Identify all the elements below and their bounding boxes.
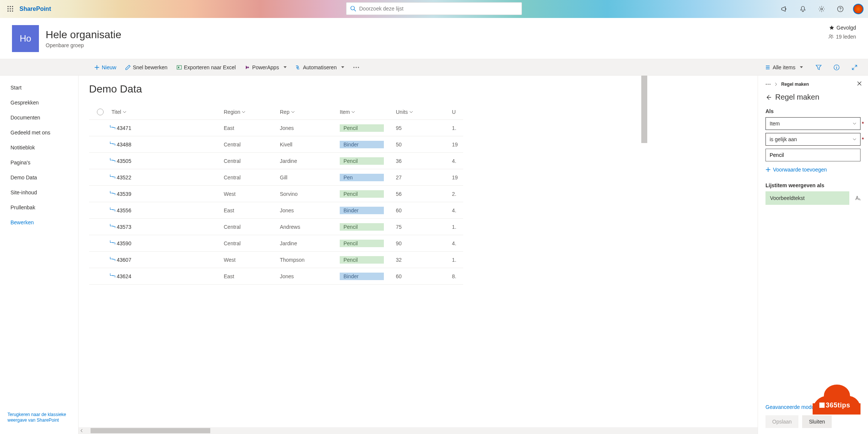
back-icon[interactable] (765, 94, 771, 100)
new-button[interactable]: Nieuw (91, 61, 120, 73)
table-row[interactable]: 43590CentralJardinePencil904. (89, 235, 463, 252)
cell-region: East (224, 273, 280, 279)
table-row[interactable]: 43488CentralKivellBinder5019 (89, 136, 463, 153)
column-header-u[interactable]: U (452, 109, 463, 115)
column-header-title[interactable]: Titel (111, 109, 224, 115)
nav-item-start[interactable]: Start (0, 80, 78, 95)
cell-title: 43556 (117, 207, 131, 213)
svg-rect-5 (12, 8, 13, 9)
nav-item-demo-data[interactable]: Demo Data (0, 170, 78, 185)
people-icon (828, 34, 834, 39)
nav-item-gesprekken[interactable]: Gesprekken (0, 95, 78, 110)
nav-item-documenten[interactable]: Documenten (0, 110, 78, 125)
gear-icon[interactable] (816, 3, 828, 15)
cell-item-pill: Pencil (340, 124, 384, 132)
sample-preview: Voorbeeldtekst (765, 191, 849, 205)
site-logo: Ho (12, 25, 39, 52)
flow-icon (296, 65, 301, 70)
more-button[interactable] (349, 61, 363, 73)
cell-rep: Jardine (280, 158, 340, 164)
chevron-down-icon (291, 110, 295, 114)
megaphone-icon[interactable] (778, 3, 790, 15)
column-header-rep[interactable]: Rep (280, 109, 340, 115)
powerapps-button[interactable]: PowerApps (241, 61, 290, 73)
filter-button[interactable] (813, 61, 825, 73)
close-panel-button[interactable] (857, 81, 862, 87)
value-input[interactable] (765, 149, 861, 161)
ellipsis-icon (353, 67, 359, 68)
svg-rect-7 (10, 10, 11, 12)
cell-region: Central (224, 142, 280, 148)
bell-icon[interactable] (797, 3, 809, 15)
ellipsis-icon[interactable] (765, 84, 771, 85)
save-button[interactable]: Opslaan (765, 415, 798, 428)
nav-item-bewerken[interactable]: Bewerken (0, 215, 78, 230)
cell-units: 60 (396, 207, 452, 213)
field-select[interactable]: Item (765, 117, 861, 130)
avatar[interactable] (853, 4, 864, 14)
info-button[interactable] (831, 61, 843, 73)
table-row[interactable]: 43539WestSorvinoPencil562. (89, 186, 463, 202)
cell-item-pill: Binder (340, 207, 384, 214)
table-header: Titel Region Rep Item Units U (89, 104, 463, 120)
table-row[interactable]: 43607WestThompsonPencil321. (89, 252, 463, 268)
column-header-region[interactable]: Region (224, 109, 280, 115)
svg-point-14 (829, 35, 831, 37)
cell-item-pill: Binder (340, 141, 384, 148)
automate-button[interactable]: Automatiseren (292, 61, 348, 73)
cell-item-pill: Pencil (340, 240, 384, 247)
classic-view-link[interactable]: Terugkeren naar de klassieke weergave va… (0, 407, 78, 430)
export-excel-button[interactable]: Exporteren naar Excel (173, 61, 240, 73)
chevron-left-icon[interactable] (80, 429, 83, 433)
nav-item-notitieblok[interactable]: Notitieblok (0, 140, 78, 155)
view-selector[interactable]: Alle items (761, 61, 807, 73)
table-row[interactable]: 43522CentralGillPen2719 (89, 169, 463, 186)
app-launcher[interactable] (4, 3, 16, 15)
search-box[interactable] (346, 2, 522, 15)
table-row[interactable]: 43624EastJonesBinder608. (89, 268, 463, 285)
cell-region: East (224, 125, 280, 131)
font-style-icon[interactable] (855, 195, 861, 201)
close-button[interactable]: Sluiten (802, 415, 832, 428)
column-header-units[interactable]: Units (396, 109, 452, 115)
pencil-icon (125, 65, 131, 70)
site-name[interactable]: Hele organisatie (46, 29, 121, 41)
table-row[interactable]: 43505CentralJardinePencil364. (89, 153, 463, 169)
cell-units: 90 (396, 240, 452, 246)
members-count[interactable]: 19 leden (828, 34, 856, 40)
item-type-icon (111, 207, 114, 210)
advanced-mode-link[interactable]: Geavanceerde modus (765, 404, 861, 410)
cell-rep: Kivell (280, 142, 340, 148)
cell-region: West (224, 257, 280, 263)
item-type-icon (111, 125, 114, 128)
condition-select[interactable]: is gelijk aan (765, 133, 861, 146)
nav-item-pagina-s[interactable]: Pagina's (0, 155, 78, 170)
column-header-item[interactable]: Item (340, 109, 396, 115)
cell-rep: Jardine (280, 240, 340, 246)
svg-rect-0 (7, 6, 9, 7)
table-row[interactable]: 43573CentralAndrewsPencil751. (89, 219, 463, 235)
search-input[interactable] (359, 6, 518, 12)
select-all-checkbox[interactable] (97, 109, 104, 115)
table-row[interactable]: 43471EastJonesPencil951. (89, 120, 463, 136)
cell-rep: Jones (280, 125, 340, 131)
horizontal-scrollbar[interactable] (79, 427, 758, 434)
table-row[interactable]: 43556EastJonesBinder604. (89, 202, 463, 219)
expand-button[interactable] (849, 61, 861, 73)
cell-region: West (224, 191, 280, 197)
nav-item-gedeeld-met-ons[interactable]: Gedeeld met ons (0, 125, 78, 140)
svg-point-19 (358, 67, 359, 68)
help-icon[interactable] (834, 3, 846, 15)
chevron-right-icon (774, 82, 777, 86)
nav-item-site-inhoud[interactable]: Site-inhoud (0, 185, 78, 200)
brand-name[interactable]: SharePoint (19, 6, 51, 12)
cell-title: 43471 (117, 125, 131, 131)
vertical-scrollbar[interactable] (641, 76, 647, 427)
add-condition-button[interactable]: Voorwaarde toevoegen (765, 167, 861, 173)
nav-item-prullenbak[interactable]: Prullenbak (0, 200, 78, 215)
follow-toggle[interactable]: Gevolgd (828, 25, 856, 31)
quick-edit-button[interactable]: Snel bewerken (122, 61, 171, 73)
cell-u: 4. (452, 240, 463, 246)
svg-point-25 (770, 84, 771, 85)
svg-rect-16 (177, 66, 181, 69)
